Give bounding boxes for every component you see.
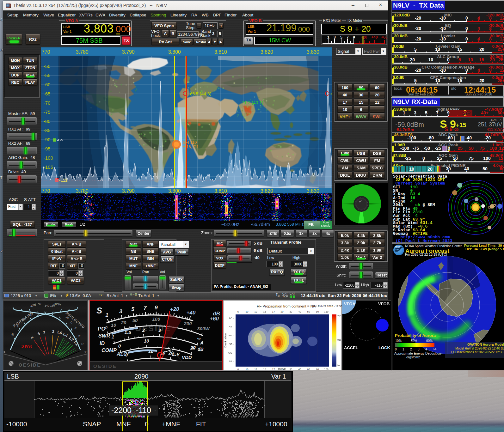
svg-text:9: 9 — [155, 305, 158, 311]
svg-text:60: 60 — [307, 310, 310, 313]
svg-text:+60: +60 — [381, 35, 387, 40]
svg-text:-50: -50 — [424, 146, 430, 151]
svg-text:AS -: AS - — [229, 325, 234, 328]
svg-text:4: 4 — [477, 68, 480, 73]
svg-text:-20: -20 — [415, 26, 421, 31]
svg-text:3.820: 3.820 — [261, 188, 273, 193]
svg-text:12: 12 — [500, 68, 504, 73]
svg-text:9: 9 — [353, 35, 355, 40]
svg-text:50: 50 — [132, 318, 138, 323]
svg-text:25+: 25+ — [497, 78, 504, 83]
svg-text:100: 100 — [489, 146, 497, 151]
svg-text:20: 20 — [121, 320, 126, 325]
svg-text:12: 12 — [500, 36, 504, 41]
svg-text:-53.9dBm: -53.9dBm — [393, 107, 411, 112]
svg-text:770: 770 — [42, 49, 50, 55]
svg-text:+20: +20 — [170, 306, 179, 312]
svg-text:6: 6 — [237, 368, 239, 370]
svg-text:125: 125 — [499, 146, 504, 151]
svg-text:EU -: EU - — [229, 334, 234, 337]
svg-text:-20: -20 — [415, 36, 421, 41]
svg-text:-40: -40 — [465, 135, 472, 140]
svg-text:Bands: Bands — [278, 368, 286, 370]
svg-text:5: 5 — [340, 35, 342, 40]
svg-text:NOAA: NOAA — [395, 246, 400, 248]
svg-text:VDD: VDD — [182, 355, 192, 360]
svg-text:7: 7 — [436, 110, 439, 115]
svg-text:ID: ID — [100, 341, 105, 346]
svg-text:40: 40 — [464, 166, 469, 171]
svg-text:A 16, G1: A 16, G1 — [183, 144, 199, 149]
svg-text:3: 3 — [414, 110, 416, 115]
svg-text:3.790: 3.790 — [122, 49, 135, 55]
svg-text:7: 7 — [144, 305, 147, 311]
svg-text:80: 80 — [316, 310, 319, 313]
svg-text:-30.0dB: -30.0dB — [393, 23, 408, 28]
svg-text:low: low — [337, 364, 341, 366]
svg-text:60+: 60+ — [497, 110, 504, 115]
svg-text:12: 12 — [255, 310, 257, 313]
svg-text:20: 20 — [479, 47, 484, 52]
svg-text:-80: -80 — [44, 119, 51, 124]
svg-text:PO: PO — [98, 326, 106, 332]
svg-text:high: high — [337, 314, 341, 317]
svg-text:15: 15 — [263, 310, 266, 313]
svg-text:30: 30 — [290, 310, 292, 313]
svg-text:20: 20 — [427, 167, 433, 172]
svg-text:30: 30 — [446, 166, 451, 171]
svg-text:20: 20 — [479, 78, 484, 83]
svg-text:1: 1 — [327, 35, 329, 40]
svg-text:SA -: SA - — [229, 360, 234, 363]
svg-text:3.820: 3.820 — [261, 49, 273, 55]
svg-text:25+: 25+ — [497, 47, 504, 52]
svg-text:10: 10 — [246, 368, 249, 370]
svg-text:3.800: 3.800 — [168, 49, 181, 55]
svg-text:-95: -95 — [44, 146, 51, 151]
svg-text:200: 200 — [183, 321, 192, 326]
svg-text:3.800: 3.800 — [168, 188, 181, 193]
svg-text:OESIDE: OESIDE — [93, 363, 117, 369]
svg-text:-100: -100 — [44, 155, 53, 161]
svg-text:770: 770 — [42, 188, 50, 193]
svg-text:-90: -90 — [44, 137, 51, 142]
svg-text:-85: -85 — [44, 128, 51, 133]
svg-text:3: 3 — [158, 327, 161, 333]
svg-text:8: 8 — [489, 15, 492, 21]
svg-text:125: 125 — [498, 156, 504, 161]
svg-text:71.2 (40.1): 71.2 (40.1) — [242, 100, 263, 105]
svg-text:80: 80 — [316, 368, 319, 370]
svg-text:20+: 20+ — [463, 110, 470, 115]
svg-text:50: 50 — [469, 146, 474, 151]
svg-text:EQ: EQ — [445, 23, 451, 28]
svg-text:3.810: 3.810 — [214, 188, 227, 193]
svg-text:50: 50 — [453, 156, 458, 161]
svg-text:-80: -80 — [427, 135, 434, 140]
svg-text:3.830: 3.830 — [307, 188, 319, 193]
svg-text:8: 8 — [489, 68, 492, 73]
svg-text:3.830: 3.830 — [307, 49, 319, 55]
svg-text:5: 5 — [131, 306, 134, 312]
svg-text:dB: dB — [198, 347, 204, 352]
svg-text:40: 40 — [298, 368, 301, 370]
svg-text:-55: -55 — [44, 73, 51, 78]
svg-text:60: 60 — [307, 368, 310, 370]
svg-text:15: 15 — [263, 368, 266, 370]
svg-text:-10: -10 — [439, 68, 446, 73]
svg-text:-30.0dB: -30.0dB — [393, 33, 408, 38]
svg-text:20: 20 — [490, 57, 495, 62]
svg-text:3: 3 — [119, 308, 122, 314]
svg-text:ALC: ALC — [116, 351, 127, 357]
svg-text:OC -: OC - — [228, 351, 234, 354]
svg-text:S: S — [96, 306, 102, 315]
svg-text:0: 0 — [465, 26, 468, 31]
svg-text:12: 12 — [500, 15, 504, 21]
svg-text:6: 6 — [237, 310, 239, 313]
svg-text:0: 0 — [447, 57, 450, 62]
svg-text:Destination: Destination — [224, 333, 227, 348]
svg-text:25: 25 — [437, 156, 442, 161]
svg-text:15: 15 — [457, 78, 462, 83]
svg-text:15: 15 — [457, 47, 462, 52]
svg-text:1.5: 1.5 — [125, 330, 132, 335]
svg-text:9: 9 — [447, 110, 450, 115]
svg-text:-75: -75 — [44, 109, 51, 115]
